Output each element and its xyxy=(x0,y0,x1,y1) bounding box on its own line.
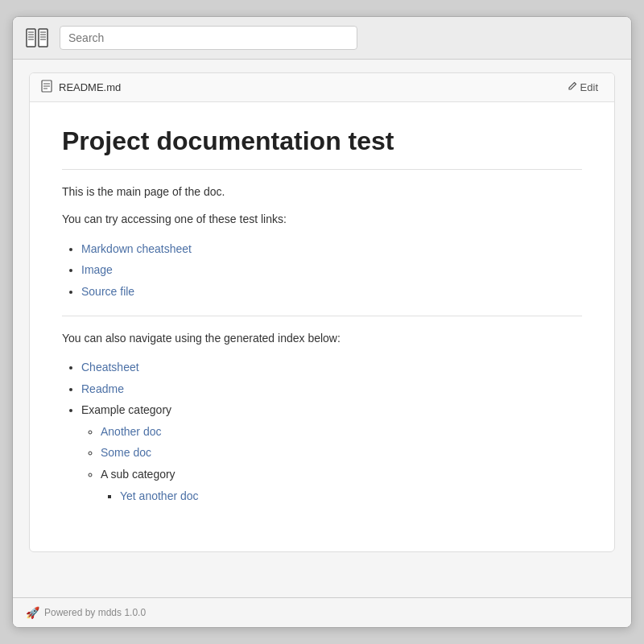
svg-rect-0 xyxy=(27,29,35,47)
some-doc-link[interactable]: Some doc xyxy=(101,446,151,459)
cheatsheet-link[interactable]: Cheatsheet xyxy=(81,361,139,374)
sub-category-list: Yet another doc xyxy=(120,485,582,507)
list-item: Some doc xyxy=(101,442,582,464)
example-category-label: Example category xyxy=(81,403,171,416)
edit-button[interactable]: Edit xyxy=(563,80,603,95)
doc-filename: README.md xyxy=(59,81,121,93)
source-file-link[interactable]: Source file xyxy=(81,285,134,298)
list-item: Another doc xyxy=(101,421,582,443)
doc-card-body: Project documentation test This is the m… xyxy=(30,102,614,551)
edit-pencil-icon xyxy=(568,81,577,93)
image-link[interactable]: Image xyxy=(81,263,113,276)
app-window: README.md Edit Project documentation tes… xyxy=(12,16,632,628)
doc-title: Project documentation test xyxy=(62,126,582,170)
list-item: Image xyxy=(81,259,582,281)
doc-links-list: Markdown cheatsheet Image Source file xyxy=(81,238,582,303)
doc-card-header: README.md Edit xyxy=(30,73,614,102)
another-doc-link[interactable]: Another doc xyxy=(101,425,162,438)
readme-link[interactable]: Readme xyxy=(81,382,124,395)
rocket-icon: 🚀 xyxy=(26,606,39,619)
doc-card: README.md Edit Project documentation tes… xyxy=(29,72,615,552)
doc-divider xyxy=(62,316,582,316)
sub-category-label: A sub category xyxy=(101,468,175,481)
app-footer: 🚀 Powered by mdds 1.0.0 xyxy=(13,597,631,627)
file-icon xyxy=(41,80,52,95)
list-item: Example category Another doc Some doc A … xyxy=(81,399,582,506)
example-category-sublist: Another doc Some doc A sub category Yet … xyxy=(101,421,582,506)
svg-rect-1 xyxy=(39,29,47,47)
list-item: Markdown cheatsheet xyxy=(81,238,582,260)
doc-index-list: Cheatsheet Readme Example category Anoth… xyxy=(81,357,582,506)
doc-paragraph-2: You can try accessing one of these test … xyxy=(62,210,582,228)
doc-paragraph-1: This is the main page of the doc. xyxy=(62,183,582,200)
search-input[interactable] xyxy=(60,26,357,50)
yet-another-doc-link[interactable]: Yet another doc xyxy=(120,489,199,502)
list-item: Source file xyxy=(81,281,582,303)
main-content: README.md Edit Project documentation tes… xyxy=(13,60,631,597)
logo-icon xyxy=(23,23,52,52)
list-item: Readme xyxy=(81,378,582,400)
doc-card-title-area: README.md xyxy=(41,80,121,95)
list-item: A sub category Yet another doc xyxy=(101,464,582,506)
list-item: Cheatsheet xyxy=(81,357,582,378)
list-item: Yet another doc xyxy=(120,485,582,507)
footer-text: Powered by mdds 1.0.0 xyxy=(44,607,146,618)
doc-paragraph-3: You can also navigate using the generate… xyxy=(62,329,582,347)
toolbar xyxy=(13,17,631,60)
edit-label: Edit xyxy=(580,81,598,93)
markdown-cheatsheet-link[interactable]: Markdown cheatsheet xyxy=(81,242,192,255)
